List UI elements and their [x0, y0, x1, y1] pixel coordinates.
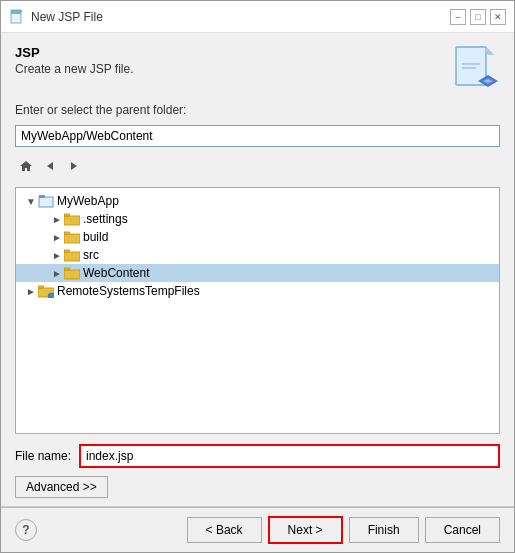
- svg-point-26: [48, 293, 54, 298]
- svg-marker-21: [64, 250, 70, 252]
- svg-rect-15: [39, 195, 45, 198]
- svg-marker-23: [64, 268, 70, 270]
- svg-marker-18: [64, 234, 80, 243]
- tree-item-label: WebContent: [83, 266, 150, 280]
- tree-item-build[interactable]: ► build: [16, 228, 499, 246]
- title-bar: New JSP File – □ ✕: [1, 1, 514, 33]
- tree-item-label: build: [83, 230, 108, 244]
- window-controls: – □ ✕: [450, 9, 506, 25]
- expander-settings[interactable]: ►: [50, 214, 64, 225]
- back-button[interactable]: < Back: [187, 517, 262, 543]
- svg-marker-19: [64, 232, 70, 234]
- forward-nav-button[interactable]: [63, 155, 85, 177]
- folder-icon: [64, 229, 80, 245]
- folder-input[interactable]: [15, 125, 500, 147]
- finish-button[interactable]: Finish: [349, 517, 419, 543]
- window-icon: [9, 9, 25, 25]
- file-name-section: File name:: [15, 444, 500, 468]
- header-icon: [452, 45, 500, 93]
- folder-icon: [64, 211, 80, 227]
- wizard-title: JSP: [15, 45, 134, 60]
- tree-item-label: .settings: [83, 212, 128, 226]
- svg-marker-2: [21, 10, 23, 12]
- expander-remote[interactable]: ►: [24, 286, 38, 297]
- maximize-button[interactable]: □: [470, 9, 486, 25]
- next-button[interactable]: Next >: [268, 516, 343, 544]
- folder-label: Enter or select the parent folder:: [15, 103, 500, 117]
- back-nav-button[interactable]: [39, 155, 61, 177]
- file-name-label: File name:: [15, 449, 71, 463]
- expander-build[interactable]: ►: [50, 232, 64, 243]
- tree-item-mywebapp[interactable]: ▼ MyWebApp: [16, 192, 499, 210]
- svg-marker-16: [64, 216, 80, 225]
- project-icon: [38, 193, 54, 209]
- folder-icon: [64, 265, 80, 281]
- minimize-button[interactable]: –: [450, 9, 466, 25]
- main-content: JSP Create a new JSP file. Enter or sel: [1, 33, 514, 506]
- help-button[interactable]: ?: [15, 519, 37, 541]
- folder-tree[interactable]: ▼ MyWebApp ► .: [15, 187, 500, 434]
- svg-rect-1: [11, 10, 21, 14]
- file-name-input[interactable]: [79, 444, 500, 468]
- svg-rect-6: [462, 63, 480, 65]
- svg-marker-11: [20, 161, 32, 171]
- svg-marker-12: [47, 162, 53, 170]
- tree-item-label: MyWebApp: [57, 194, 119, 208]
- svg-marker-13: [71, 162, 77, 170]
- svg-rect-7: [462, 67, 476, 69]
- header-text: JSP Create a new JSP file.: [15, 45, 134, 76]
- home-button[interactable]: [15, 155, 37, 177]
- close-button[interactable]: ✕: [490, 9, 506, 25]
- header-section: JSP Create a new JSP file.: [15, 45, 500, 93]
- svg-marker-5: [486, 47, 494, 55]
- svg-marker-20: [64, 252, 80, 261]
- tree-item-remotesystems[interactable]: ► RemoteSystemsTempFiles: [16, 282, 499, 300]
- expander-src[interactable]: ►: [50, 250, 64, 261]
- svg-marker-17: [64, 214, 70, 216]
- advanced-button[interactable]: Advanced >>: [15, 476, 108, 498]
- svg-marker-22: [64, 270, 80, 279]
- tree-item-label: src: [83, 248, 99, 262]
- tree-item-settings[interactable]: ► .settings: [16, 210, 499, 228]
- expander-webcontent[interactable]: ►: [50, 268, 64, 279]
- dialog-window: New JSP File – □ ✕ JSP Create a new JSP …: [0, 0, 515, 553]
- tree-item-label: RemoteSystemsTempFiles: [57, 284, 200, 298]
- expander-mywebapp[interactable]: ▼: [24, 196, 38, 207]
- dialog-footer: ? < Back Next > Finish Cancel: [1, 507, 514, 552]
- folder-icon: [64, 247, 80, 263]
- tree-toolbar: [15, 153, 500, 179]
- remote-folder-icon: [38, 283, 54, 299]
- tree-item-src[interactable]: ► src: [16, 246, 499, 264]
- wizard-subtitle: Create a new JSP file.: [15, 62, 134, 76]
- cancel-button[interactable]: Cancel: [425, 517, 500, 543]
- tree-item-webcontent[interactable]: ► WebContent: [16, 264, 499, 282]
- svg-marker-25: [38, 286, 44, 288]
- window-title: New JSP File: [31, 10, 444, 24]
- svg-rect-14: [39, 197, 53, 207]
- jsp-file-icon: [454, 45, 498, 93]
